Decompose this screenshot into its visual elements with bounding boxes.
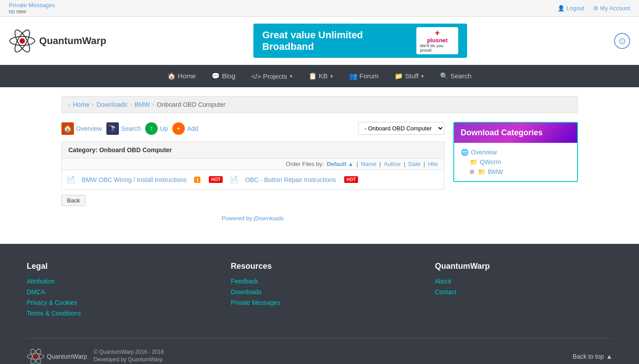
footer-link-private-messages[interactable]: Private Messages	[231, 299, 408, 306]
order-author[interactable]: Author	[384, 161, 401, 167]
file-icon-1: 📄	[66, 175, 75, 184]
order-hits[interactable]: Hits	[428, 161, 438, 167]
svg-point-7	[34, 355, 37, 358]
order-name[interactable]: Name	[361, 161, 377, 167]
file-hot-1: HOT	[209, 176, 223, 183]
nav-forum[interactable]: 👥 Forum	[341, 65, 387, 87]
breadcrumb: › Home › Downloads › BMW › Onboard OBD C…	[61, 96, 578, 113]
sidebar-overview-icon: 🌐	[461, 149, 468, 156]
sidebar-overview[interactable]: 🌐 Overview	[461, 147, 570, 157]
order-bar: Order Files by: Default ▲ | Name | Autho…	[61, 158, 444, 170]
toolbar: 🏠 Overview 🔭 Search ↑ Up + Add - Onbo	[61, 122, 444, 135]
footer: Legal Attribution DMCA Privacy & Cookies…	[0, 244, 639, 364]
up-icon: ↑	[145, 122, 158, 135]
user-icon: 👤	[558, 5, 565, 12]
content-layout: 🏠 Overview 🔭 Search ↑ Up + Add - Onbo	[61, 122, 578, 222]
download-categories: Download Categories 🌐 Overview 📁 QWcrm ⊞	[453, 122, 578, 182]
footer-bottom-left: QuantumWarp © QuantumWarp 2016 - 2018 De…	[27, 348, 164, 364]
user-actions: 👤 Logout ⚙ My Account	[558, 5, 630, 12]
breadcrumb-current: Onboard OBD Computer	[157, 101, 225, 108]
svg-point-3	[20, 38, 25, 44]
breadcrumb-home[interactable]: Home	[73, 101, 90, 108]
logout-link[interactable]: 👤 Logout	[558, 5, 584, 12]
plusnet-badge: + plusnet We'll do you proud	[416, 27, 458, 54]
order-default[interactable]: Default ▲	[327, 161, 354, 167]
private-messages-section: Private Messages no new	[9, 2, 55, 15]
add-icon: +	[172, 122, 185, 135]
back-button[interactable]: Back	[61, 195, 86, 206]
file-count-1: 1	[194, 177, 200, 183]
ad-banner: Great value Unlimited Broadband + plusne…	[253, 24, 467, 58]
footer-link-contact[interactable]: Contact	[435, 288, 612, 295]
footer-link-downloads[interactable]: Downloads	[231, 288, 408, 295]
category-header: Category: Onboard OBD Computer	[61, 142, 444, 158]
gear-icon: ⚙	[593, 5, 598, 12]
footer-resources: Resources Feedback Downloads Private Mes…	[231, 262, 408, 320]
footer-legal-heading: Legal	[27, 262, 204, 271]
powered-by-link[interactable]: Powered by jDownloads	[222, 215, 284, 222]
footer-link-terms[interactable]: Terms & Conditions	[27, 310, 204, 317]
nav-stuff[interactable]: 📁 Stuff	[387, 65, 432, 87]
file-link-1[interactable]: BMW OBC Wiring / Install Instructions	[82, 176, 187, 183]
footer-legal: Legal Attribution DMCA Privacy & Cookies…	[27, 262, 204, 320]
overview-icon: 🏠	[61, 122, 74, 135]
order-date[interactable]: Date	[408, 161, 420, 167]
footer-link-feedback[interactable]: Feedback	[231, 278, 408, 285]
site-header: QuantumWarp Great value Unlimited Broadb…	[0, 17, 639, 65]
sidebar-body: 🌐 Overview 📁 QWcrm ⊞ 📁 BMW	[454, 143, 577, 181]
expand-icon-bmw: ⊞	[470, 169, 474, 175]
private-messages-link[interactable]: Private Messages	[9, 2, 55, 8]
up-button[interactable]: ↑ Up	[145, 122, 168, 135]
top-bar: Private Messages no new 👤 Logout ⚙ My Ac…	[0, 0, 639, 17]
sidebar-sub-items: 📁 QWcrm ⊞ 📁 BMW	[470, 157, 570, 177]
logo-text: QuantumWarp	[39, 35, 106, 47]
footer-bottom: QuantumWarp © QuantumWarp 2016 - 2018 De…	[27, 338, 612, 364]
footer-link-dmca[interactable]: DMCA	[27, 288, 204, 295]
chevron-up-icon: ▲	[606, 353, 612, 360]
search-button[interactable]: 🔭 Search	[106, 122, 141, 135]
footer-columns: Legal Attribution DMCA Privacy & Cookies…	[27, 262, 612, 320]
nav-home[interactable]: 🏠 Home	[159, 65, 204, 87]
powered-by: Powered by jDownloads	[61, 215, 444, 222]
sidebar-folder-icon-bmw: 📁	[478, 168, 485, 175]
nav-blog[interactable]: 💬 Blog	[204, 65, 243, 87]
content-main: 🏠 Overview 🔭 Search ↑ Up + Add - Onbo	[61, 122, 444, 222]
back-to-top-link[interactable]: Back to top ▲	[573, 353, 612, 360]
overview-button[interactable]: 🏠 Overview	[61, 122, 102, 135]
my-account-link[interactable]: ⚙ My Account	[593, 5, 630, 12]
breadcrumb-downloads[interactable]: Downloads	[97, 101, 127, 108]
site-logo[interactable]: QuantumWarp	[9, 28, 106, 54]
footer-qw-heading: QuantumWarp	[435, 262, 612, 271]
sidebar-title: Download Categories	[454, 123, 577, 143]
main-nav: 🏠 Home 💬 Blog </> Projects 📋 KB 👥 Forum …	[0, 65, 639, 87]
add-button[interactable]: + Add	[172, 122, 198, 135]
file-hot-2: HOT	[344, 176, 358, 183]
file-icon-2: 📄	[229, 175, 238, 184]
no-new-label: no new	[9, 8, 55, 15]
sidebar-item-bmw[interactable]: ⊞ 📁 BMW	[470, 167, 570, 177]
search-icon: 🔭	[106, 122, 119, 135]
banner-text: Great value Unlimited Broadband	[262, 29, 412, 53]
category-dropdown[interactable]: - Onboard OBD Computer	[358, 122, 444, 135]
file-link-2[interactable]: OBC - Button Repair Instructions	[245, 176, 336, 183]
files-list: 📄 BMW OBC Wiring / Install Instructions …	[61, 170, 444, 190]
footer-quantumwarp: QuantumWarp About Contact	[435, 262, 612, 320]
footer-logo-small: QuantumWarp	[27, 348, 87, 364]
main-content: › Home › Downloads › BMW › Onboard OBD C…	[53, 87, 587, 231]
nav-search[interactable]: 🔍 Search	[432, 65, 480, 87]
github-icon[interactable]: ⊙	[614, 33, 630, 49]
nav-kb[interactable]: 📋 KB	[301, 65, 341, 87]
footer-link-about[interactable]: About	[435, 278, 612, 285]
nav-projects[interactable]: </> Projects	[244, 65, 301, 87]
footer-resources-heading: Resources	[231, 262, 408, 271]
footer-link-privacy[interactable]: Privacy & Cookies	[27, 299, 204, 306]
footer-copyright: © QuantumWarp 2016 - 2018 Developed by Q…	[94, 349, 164, 364]
sidebar-folder-icon-qwcrm: 📁	[470, 158, 477, 166]
sidebar: Download Categories 🌐 Overview 📁 QWcrm ⊞	[453, 122, 578, 222]
breadcrumb-bmw[interactable]: BMW	[134, 101, 150, 108]
sidebar-item-qwcrm[interactable]: 📁 QWcrm	[470, 157, 570, 167]
footer-link-attribution[interactable]: Attribution	[27, 278, 204, 285]
